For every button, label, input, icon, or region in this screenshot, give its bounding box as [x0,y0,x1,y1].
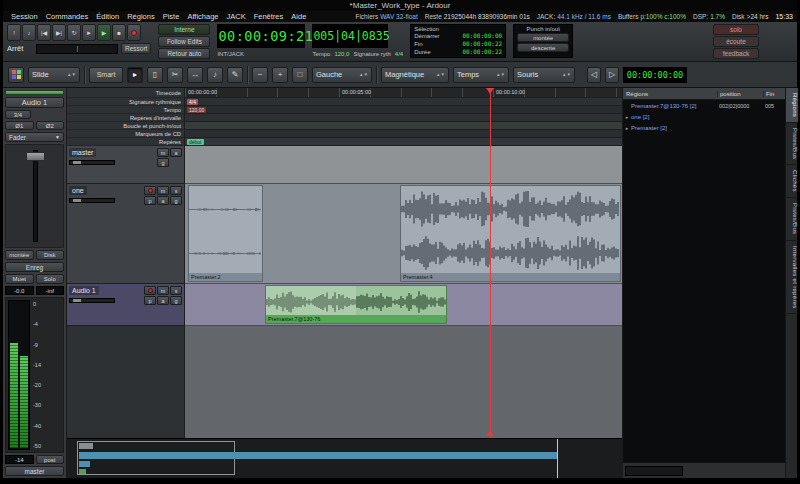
shuttle-control[interactable] [36,44,118,54]
menu-session[interactable]: Session [7,12,42,21]
menu-regions[interactable]: Régions [123,12,159,21]
auto-return-button[interactable]: Retour auto [158,48,210,59]
playhead[interactable] [490,88,491,438]
gain-mode-dropdown[interactable]: Fader▼ [5,132,64,142]
location-marker-ruler[interactable]: début [185,138,622,146]
draw-tool-button[interactable]: ✎ [227,67,243,83]
automation-button[interactable]: a [157,196,169,205]
meter-ruler[interactable]: 4/4 [185,98,622,106]
ruler-label-tempo[interactable]: Tempo [67,106,184,114]
edit-point-dropdown[interactable]: Souris▲▼ [513,67,575,83]
track-header-one[interactable]: one m s p a g [67,184,184,284]
range-tool-button[interactable]: ▯ [147,67,163,83]
gain-display[interactable]: -0.0 [5,286,34,295]
tempo-label[interactable]: Tempo [312,51,330,57]
region-list-row[interactable]: ▸ one [2] [623,111,785,122]
track-gain-slider[interactable] [69,298,115,303]
rec-enable-button[interactable] [144,186,156,195]
solo-button[interactable]: s [170,286,182,295]
punch-out-button[interactable]: descente [517,43,569,52]
track-name[interactable]: Audio 1 [69,286,99,295]
column-header-regions[interactable]: Régions [623,91,717,97]
monitor-input-button[interactable]: montée [5,250,34,260]
solo-indicator-button[interactable]: solo [713,24,759,35]
play-selection-button[interactable]: ► [82,24,96,41]
feedback-indicator-button[interactable]: feedback [713,48,759,59]
gain-fader[interactable] [5,144,64,248]
meter-value[interactable]: 4/4 [395,51,403,57]
sync-source-button[interactable]: Interne [158,24,210,35]
record-enable-button[interactable]: Enreg [5,262,64,272]
snap-mode-dropdown[interactable]: Magnétique▲▼ [381,67,449,83]
expander-icon[interactable]: ▸ [623,114,631,120]
playlist-button[interactable]: p [144,196,156,205]
mute-button[interactable]: m [157,186,169,195]
zoom-focus-dropdown[interactable]: Gauche▲▼ [312,67,372,83]
selection-end-clock[interactable]: 00:00:00:22 [462,40,502,48]
menu-aide[interactable]: Aide [287,12,310,21]
strip-input-button[interactable]: 3/4 [5,110,31,119]
edit-mode-dropdown[interactable]: Slide▲▼ [28,67,80,83]
follow-edits-button[interactable]: Follow Edits [158,36,210,47]
ruler-label-cd-markers[interactable]: Marqueurs de CD [67,130,184,138]
group-button[interactable]: g [157,158,169,167]
tempo-marker[interactable]: 120,00 [187,107,206,113]
smart-mode-button[interactable]: Smart [89,67,123,83]
menu-fenetres[interactable]: Fenêtres [250,12,288,21]
punch-in-button[interactable]: montée [517,33,569,42]
loop-button[interactable]: ↻ [67,24,81,41]
selection-length-clock[interactable]: 00:00:00:22 [462,48,502,56]
cut-tool-button[interactable]: ✂ [167,67,183,83]
nudge-backward-button[interactable]: ◁ [587,67,601,83]
audition-tool-button[interactable]: ♪ [207,67,223,83]
mute-button[interactable]: Muet [5,274,34,284]
cd-marker-ruler[interactable] [185,130,622,138]
nudge-forward-button[interactable]: ▷ [605,67,619,83]
zoom-in-button[interactable]: + [272,67,288,83]
track-gain-slider[interactable] [69,198,115,203]
record-button[interactable] [127,24,141,41]
group-button[interactable]: g [170,196,182,205]
phase-invert-1-button[interactable]: Ø1 [5,121,34,130]
peak-display[interactable]: -inf [36,286,65,295]
monitor-disk-button[interactable]: Disk [36,250,65,260]
nudge-clock[interactable]: 00:00:00:00 [623,67,687,83]
summary-overview[interactable] [67,438,622,478]
region-list-row[interactable]: ▸ Premaster [2] [623,122,785,133]
region-premaster-7[interactable]: Premaster.7@130-76 [265,285,447,324]
menu-piste[interactable]: Piste [159,12,184,21]
track-name[interactable]: master [69,148,96,157]
strip-name-button[interactable]: Audio 1 [5,97,64,108]
midi-panic-button[interactable]: ! [7,24,21,41]
selection-start-clock[interactable]: 00:00:00:00 [462,32,502,40]
grab-tool-button[interactable]: ▸ [127,67,143,83]
shuttle-mode-button[interactable]: Ressort [121,43,151,54]
stop-button[interactable]: ■ [112,24,126,41]
track-header-master[interactable]: master m a g [67,146,184,184]
fader-handle[interactable] [26,152,45,161]
meter-marker[interactable]: 4/4 [187,99,198,105]
tab-track-bus-groups[interactable]: Pistes/Bus [786,198,798,240]
tempo-ruler[interactable]: 120,00 [185,106,622,114]
track-lane-master[interactable] [185,146,622,184]
region-premaster-4[interactable]: Premaster.4 [400,185,621,282]
zoom-out-button[interactable]: − [252,67,268,83]
group-button[interactable]: g [170,296,182,305]
menu-affichage[interactable]: Affichage [183,12,222,21]
meter-point-button[interactable]: post [36,455,65,464]
goto-start-button[interactable]: |◀ [37,24,51,41]
solo-button[interactable]: Solo [36,274,65,284]
editor-mixer-toggle-button[interactable] [8,67,24,83]
mute-button[interactable]: m [157,286,169,295]
region-list-footer-box[interactable] [625,466,683,476]
loop-punch-ruler[interactable] [185,122,622,130]
goto-end-button[interactable]: ▶| [52,24,66,41]
rec-enable-button[interactable] [144,286,156,295]
meter-label[interactable]: Signature ryth [353,51,390,57]
clock-source-label[interactable]: INT/JACK [217,51,244,57]
region-premaster-2[interactable]: Premaster.2 [188,185,263,282]
ruler-label-markers[interactable]: Repères [67,138,184,146]
automation-button[interactable]: a [157,296,169,305]
automation-button[interactable]: a [170,148,182,157]
ruler-label-meter[interactable]: Signature rythmique [67,98,184,106]
